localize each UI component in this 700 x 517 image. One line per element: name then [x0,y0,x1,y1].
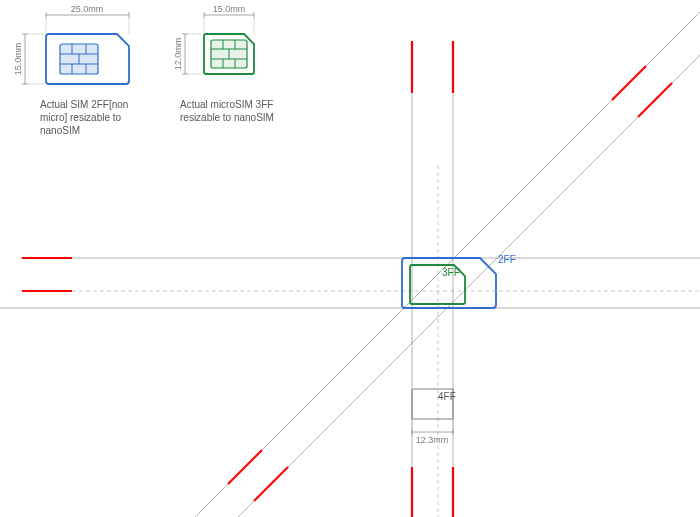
diag-red-lower-2 [254,467,288,501]
dim-3ff-h-label: 12.0mm [173,38,183,71]
diag-red-upper-1 [612,66,646,100]
dim-2ff-h-label: 15.0mm [13,43,23,76]
dim-nano-w-label: 12.3mm [416,435,449,445]
ref-2ff-group: 25.0mm 15.0mm Actual SIM 2FF[non micro] … [13,4,129,136]
diag-red-upper-2 [638,83,672,117]
caption-3ff-l2: resizable to nanoSIM [180,112,274,123]
diag-guide-2 [238,55,700,517]
tag-4ff: 4FF [438,391,456,402]
nano-4ff-group: 4FF 12.3mm [412,389,456,445]
caption-2ff-l2: micro] resizable to [40,112,122,123]
main-alignment-grid [0,12,700,517]
cutting-template-diagram: 25.0mm 15.0mm Actual SIM 2FF[non micro] … [0,0,700,517]
caption-3ff-l1: Actual microSIM 3FF [180,99,273,110]
caption-2ff-l3: nanoSIM [40,125,80,136]
tag-3ff: 3FF [442,267,460,278]
center-card-overlay: 2FF 3FF [402,254,516,308]
dim-3ff-w-label: 15.0mm [213,4,246,14]
diag-red-lower-1 [228,450,262,484]
dim-2ff-w-label: 25.0mm [71,4,104,14]
caption-2ff-l1: Actual SIM 2FF[non [40,99,128,110]
tag-2ff: 2FF [498,254,516,265]
ref-3ff-group: 15.0mm 12.0mm Actual microSIM 3FF resiza… [173,4,274,123]
